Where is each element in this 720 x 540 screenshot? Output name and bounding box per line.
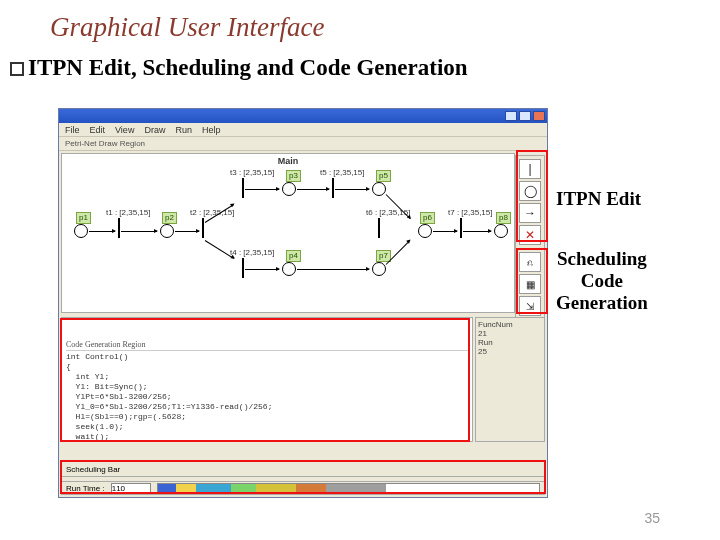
label-t5: t5 : [2,35,15] xyxy=(320,168,364,177)
place-p3[interactable] xyxy=(282,182,296,196)
gantt-segment xyxy=(158,484,176,492)
label-p1: p1 xyxy=(76,212,91,224)
arc xyxy=(245,269,279,270)
gantt-segment xyxy=(296,484,326,492)
menu-view[interactable]: View xyxy=(115,125,134,135)
runtime-bar: Run Time : xyxy=(61,481,545,495)
gantt-segment xyxy=(231,484,256,492)
window-titlebar xyxy=(59,109,547,123)
tool-arc-icon[interactable]: → xyxy=(519,203,541,223)
slide-subtitle: ITPN Edit, Scheduling and Code Generatio… xyxy=(0,51,720,91)
runtime-input[interactable] xyxy=(111,483,151,494)
canvas-title: Main xyxy=(278,156,299,166)
place-p1[interactable] xyxy=(74,224,88,238)
menu-draw[interactable]: Draw xyxy=(144,125,165,135)
label-t1: t1 : [2,35,15] xyxy=(106,208,150,217)
gantt-segment xyxy=(326,484,386,492)
app-window: File Edit View Draw Run Help Petri-Net D… xyxy=(58,108,548,498)
gantt-segment xyxy=(196,484,231,492)
toolbox-edit-group: | ◯ → ✕ xyxy=(516,156,544,248)
annot-sched-line2: Code xyxy=(581,270,623,291)
label-p5: p5 xyxy=(376,170,391,182)
side-meta-l1: FuncNum xyxy=(478,320,542,329)
subbar-label: Petri-Net Draw Region xyxy=(65,139,145,148)
annot-sched-code: Scheduling Code Generation xyxy=(556,248,648,314)
arc xyxy=(297,269,369,270)
transition-t6[interactable] xyxy=(378,218,380,238)
annot-sched-line1: Scheduling xyxy=(557,248,647,269)
transition-t3[interactable] xyxy=(242,178,244,198)
schedbar-label: Scheduling Bar xyxy=(66,465,120,474)
slide-title: Graphical User Interface xyxy=(0,0,720,51)
arc xyxy=(433,231,457,232)
code-text: int Control() { int Yl; Yl: Bit=Sync(); … xyxy=(66,352,272,442)
minimize-icon[interactable] xyxy=(505,111,517,121)
arc xyxy=(335,189,369,190)
page-number: 35 xyxy=(644,510,660,526)
transition-t2[interactable] xyxy=(202,218,204,238)
arc xyxy=(245,189,279,190)
side-meta-l4: 25 xyxy=(478,347,542,356)
arc xyxy=(463,231,491,232)
menu-edit[interactable]: Edit xyxy=(90,125,106,135)
side-meta-panel: FuncNum 21 Run 25 xyxy=(475,317,545,442)
gantt-segment xyxy=(256,484,296,492)
runtime-label: Run Time : xyxy=(66,484,105,493)
bullet-icon xyxy=(10,62,24,76)
scheduling-bar: Scheduling Bar xyxy=(61,461,545,477)
label-p6: p6 xyxy=(420,212,435,224)
gantt-segment xyxy=(176,484,196,492)
transition-t1[interactable] xyxy=(118,218,120,238)
tool-sched-b-icon[interactable]: ▦ xyxy=(519,274,541,294)
arc xyxy=(175,231,199,232)
place-p7[interactable] xyxy=(372,262,386,276)
side-meta-l2: 21 xyxy=(478,329,542,338)
menu-file[interactable]: File xyxy=(65,125,80,135)
label-t2: t2 : [2,35,15] xyxy=(190,208,234,217)
place-p2[interactable] xyxy=(160,224,174,238)
transition-t4[interactable] xyxy=(242,258,244,278)
tool-place-icon[interactable]: ◯ xyxy=(519,181,541,201)
transition-t7[interactable] xyxy=(460,218,462,238)
place-p8[interactable] xyxy=(494,224,508,238)
tool-sched-a-icon[interactable]: ⎌ xyxy=(519,252,541,272)
annot-itpn-edit: ITPN Edit xyxy=(556,188,641,210)
code-panel-header: Code Generation Region xyxy=(66,340,468,351)
arc xyxy=(297,189,329,190)
close-icon[interactable] xyxy=(533,111,545,121)
label-p8: p8 xyxy=(496,212,511,224)
toolbox-sched-group: ⎌ ▦ ⇲ xyxy=(516,248,544,319)
arc xyxy=(89,231,115,232)
side-meta-l3: Run xyxy=(478,338,542,347)
tool-transition-icon[interactable]: | xyxy=(519,159,541,179)
place-p5[interactable] xyxy=(372,182,386,196)
annot-sched-line3: Generation xyxy=(556,292,648,313)
label-p2: p2 xyxy=(162,212,177,224)
label-p4: p4 xyxy=(286,250,301,262)
tool-sched-c-icon[interactable]: ⇲ xyxy=(519,296,541,316)
gantt-chart xyxy=(157,483,540,493)
menu-help[interactable]: Help xyxy=(202,125,221,135)
toolbox-right: | ◯ → ✕ ⎌ ▦ ⇲ xyxy=(515,155,545,320)
arc xyxy=(121,231,157,232)
transition-t5[interactable] xyxy=(332,178,334,198)
menu-bar: File Edit View Draw Run Help xyxy=(59,123,547,137)
place-p6[interactable] xyxy=(418,224,432,238)
place-p4[interactable] xyxy=(282,262,296,276)
label-t4: t4 : [2,35,15] xyxy=(230,248,274,257)
petri-net-canvas[interactable]: Main t3 : [2,35,15] p3 t5 : [2,35,15] p5… xyxy=(61,153,515,313)
menu-run[interactable]: Run xyxy=(175,125,192,135)
maximize-icon[interactable] xyxy=(519,111,531,121)
label-p3: p3 xyxy=(286,170,301,182)
tool-delete-icon[interactable]: ✕ xyxy=(519,225,541,245)
sub-bar: Petri-Net Draw Region xyxy=(59,137,547,151)
subtitle-text: ITPN Edit, Scheduling and Code Generatio… xyxy=(28,55,468,80)
code-generation-panel: Code Generation Regionint Control() { in… xyxy=(61,317,473,442)
label-t7: t7 : [2,35,15] xyxy=(448,208,492,217)
label-t3: t3 : [2,35,15] xyxy=(230,168,274,177)
